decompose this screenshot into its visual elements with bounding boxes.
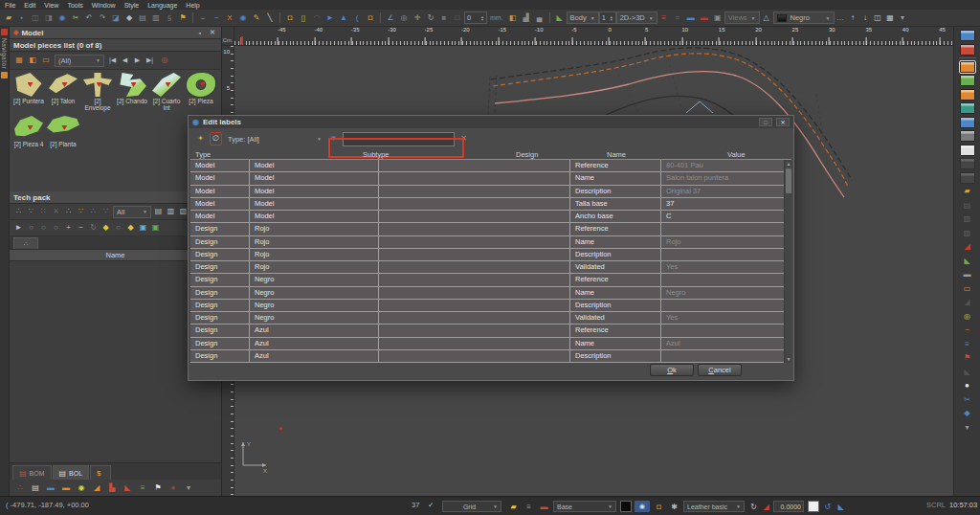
piece-talon[interactable]: [2] Talon <box>46 73 80 112</box>
arrow-blue-icon[interactable]: ▲ <box>337 11 350 25</box>
nav-last-button[interactable]: ▶| <box>144 55 156 67</box>
zoom-search-icon[interactable]: ◉ <box>56 11 69 25</box>
target-rings-icon[interactable]: ◎ <box>960 311 975 323</box>
pin-flag-icon[interactable]: ⚑ <box>176 11 189 25</box>
pointer-icon[interactable]: ► <box>12 221 25 235</box>
record-dim-icon[interactable]: ● <box>167 481 180 495</box>
people-icon[interactable]: ▟ <box>520 11 533 25</box>
zoom-in-icon[interactable]: + <box>62 221 75 235</box>
more-options-icon[interactable]: … <box>835 11 847 25</box>
column-header[interactable]: Type <box>190 149 320 159</box>
fill-square-icon[interactable]: ■ <box>437 11 451 25</box>
coin-icon[interactable]: ◉ <box>75 481 88 495</box>
rail-separator[interactable] <box>959 57 976 58</box>
shoe-red-icon[interactable]: ◢ <box>960 241 975 253</box>
export-icon[interactable]: ◨ <box>42 11 56 25</box>
window-split-icon[interactable] <box>960 145 975 156</box>
cell-value[interactable] <box>661 325 782 336</box>
folder-yellow-icon[interactable]: ▰ <box>960 186 975 197</box>
mirror-tool-icon[interactable]: X <box>223 11 236 25</box>
cell-value[interactable]: Rojo <box>661 236 782 248</box>
sole-stack2-icon[interactable]: ≡ <box>136 481 149 495</box>
menu-item-window[interactable]: Window <box>92 2 116 9</box>
move-up-icon[interactable]: ↑ <box>847 11 859 25</box>
tab-bom[interactable]: ▤ BOM <box>12 465 52 480</box>
sole-orange-icon[interactable]: ▬ <box>59 481 73 495</box>
table-row[interactable]: Model Model Ancho base C <box>190 211 784 223</box>
table-row[interactable]: Model Model Reference 80-401 Pau <box>190 160 784 172</box>
menu-item-file[interactable]: File <box>5 2 15 9</box>
check-icon[interactable]: ✓ <box>428 501 434 509</box>
brackets-icon[interactable]: [] <box>297 11 310 25</box>
frame-square-icon[interactable]: □ <box>451 11 464 25</box>
ok-button[interactable]: Ok <box>650 364 694 376</box>
notepad-icon[interactable]: ▤ <box>29 481 42 495</box>
import-icon[interactable]: ◫ <box>29 11 42 25</box>
table-row[interactable]: Design Rojo Name Rojo <box>190 236 784 249</box>
pencil-tool-icon[interactable]: ✎ <box>250 11 263 25</box>
camera-icon[interactable]: ▣ <box>711 11 724 25</box>
cell-value[interactable]: Azul <box>661 338 782 349</box>
tab-bol[interactable]: ▤ BOL <box>53 465 90 480</box>
column-header[interactable]: Name <box>602 149 723 159</box>
menu-item-language[interactable]: Language <box>147 2 177 9</box>
menu-item-style[interactable]: Style <box>124 2 140 9</box>
link-curve-icon[interactable]: ◠ <box>310 11 323 25</box>
layout2-icon[interactable]: ▦ <box>884 11 897 25</box>
rail-orange-icon[interactable] <box>1 72 8 78</box>
move-icon[interactable]: ✛ <box>411 11 424 25</box>
tech-pack-filter-combo[interactable]: All▼ <box>113 206 151 218</box>
table-row[interactable]: Design Negro Reference <box>190 274 784 286</box>
lock2-icon[interactable]: ◘ <box>364 11 377 25</box>
shoe-blue-status-icon[interactable]: ◣ <box>835 501 847 512</box>
shoe-red-status-icon[interactable]: ◢ <box>760 501 772 512</box>
grid-view-icon[interactable]: ▦ <box>12 54 26 67</box>
piece-puntera[interactable]: [2] Puntera <box>11 73 46 112</box>
piece-pieza-4[interactable]: [2] Pieza 4 <box>11 116 46 147</box>
tag-yellow-icon[interactable]: ◆ <box>100 221 112 235</box>
table-row[interactable]: Design Azul Reference <box>190 325 784 337</box>
pieces-dim-icon[interactable]: ∵ <box>100 205 112 218</box>
shoe-dim-icon[interactable]: ◣ <box>960 367 975 378</box>
brush-icon[interactable]: ◆ <box>122 11 136 25</box>
pieces-unlink-icon[interactable]: ✕ <box>50 205 62 218</box>
flag-white-icon[interactable]: ⚑ <box>151 481 165 495</box>
rail-caret[interactable]: ▾ <box>960 422 975 434</box>
ss-icon[interactable]: § <box>163 11 176 25</box>
wedge-dim-icon[interactable]: ◢ <box>960 297 975 308</box>
current-color-swatch[interactable] <box>620 501 632 512</box>
pieces-filter-combo[interactable]: (All)▼ <box>55 55 104 67</box>
filter-funnel-icon[interactable]: ▼ <box>327 132 340 146</box>
menu-item-edit[interactable]: Edit <box>24 2 35 9</box>
flat-view-icon[interactable]: ▭ <box>39 54 53 67</box>
copy-icon[interactable]: ▤ <box>136 11 149 25</box>
sole-stack-red-icon[interactable]: ≡ <box>657 11 671 25</box>
tech-pack-minitab[interactable]: ∴ <box>13 237 38 249</box>
refresh-status-icon[interactable]: ↻ <box>747 501 760 512</box>
panel-pin-icon[interactable]: ▪ <box>195 30 205 36</box>
filter-input[interactable] <box>343 132 455 146</box>
piece-chando[interactable]: [2] Chando <box>115 73 149 112</box>
pieces-tree2-icon[interactable]: ∵ <box>25 205 37 218</box>
circle2-icon[interactable]: ○ <box>37 221 50 235</box>
material-combo[interactable]: Leather basic▼ <box>683 501 745 512</box>
last-green-icon[interactable]: ◣ <box>553 11 567 25</box>
heel-curve-icon[interactable]: ~ <box>960 325 975 336</box>
tag-yellow2-icon[interactable]: ◆ <box>124 221 137 235</box>
shoes-red-icon[interactable]: ◣ <box>121 481 134 495</box>
cell-value[interactable] <box>661 274 782 285</box>
window-close-icon[interactable] <box>960 44 975 56</box>
mannequin-icon[interactable]: ✂ <box>960 394 975 406</box>
column-header[interactable]: Design <box>511 149 602 159</box>
views-combo[interactable]: Views▼ <box>724 11 760 24</box>
lock-icon[interactable]: ◘ <box>283 11 297 25</box>
window-dim2-icon[interactable] <box>960 172 975 184</box>
center-selection-icon[interactable]: ◎ <box>158 54 171 67</box>
body-combo[interactable]: Body▼ <box>567 11 599 24</box>
circle3-icon[interactable]: ○ <box>50 221 62 235</box>
angle-input[interactable]: 0.0000 <box>773 501 804 512</box>
printer-icon[interactable]: ▄ <box>533 11 546 25</box>
menu-item-view[interactable]: View <box>44 2 58 9</box>
color-combo[interactable]: Negro▼ <box>773 11 835 24</box>
globe-tool-icon[interactable]: ◉ <box>236 11 250 25</box>
